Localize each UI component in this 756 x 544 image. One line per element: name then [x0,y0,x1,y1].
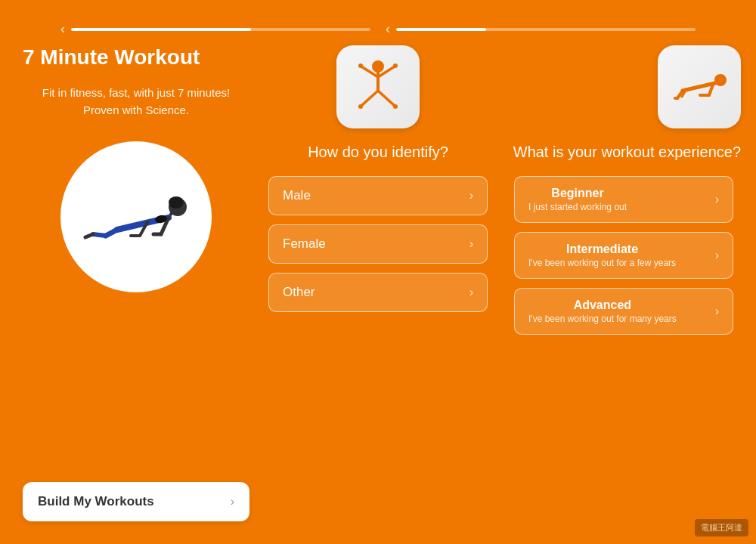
svg-point-20 [358,104,363,109]
male-option-button[interactable]: Male › [268,176,488,215]
pushup-figure-icon [72,175,200,258]
right-section: What is your workout experience? Beginne… [507,45,741,344]
svg-line-9 [85,234,93,237]
beginner-subtitle: I just started working out [528,202,627,212]
experience-icon-card [658,45,741,128]
svg-point-21 [393,104,398,109]
progress-fill-2 [396,28,486,31]
app-title: 7 Minute Workout [23,45,249,70]
svg-line-8 [93,234,106,236]
advanced-text: Advanced I've been working out for many … [528,298,677,324]
beginner-title: Beginner [528,187,627,200]
svg-point-19 [393,63,398,68]
male-option-label: Male [283,188,311,203]
watermark: 電腦王阿達 [695,519,748,536]
progress-section-2: ‹ [386,21,696,37]
other-option-button[interactable]: Other › [268,273,488,312]
intermediate-option-button[interactable]: Intermediate I've been working out for a… [514,232,733,279]
female-chevron-icon: › [469,237,473,251]
intermediate-title: Intermediate [528,243,676,256]
identity-icon-card [336,45,420,128]
back-chevron-2[interactable]: ‹ [386,21,390,37]
beginner-option-button[interactable]: Beginner I just started working out › [514,176,733,223]
progress-fill-1 [71,28,251,31]
build-workouts-button[interactable]: Build My Workouts › [23,482,249,521]
progress-bar-1 [71,28,370,31]
female-option-label: Female [283,236,326,252]
back-chevron-1[interactable]: ‹ [60,21,65,37]
advanced-title: Advanced [528,298,677,312]
svg-line-16 [361,91,378,106]
left-section: 7 Minute Workout Fit in fitness, fast, w… [23,45,249,292]
female-option-button[interactable]: Female › [268,224,488,264]
progress-bar-2 [396,28,696,31]
identity-section-title: How do you identify? [308,144,448,161]
avatar-circle [60,141,212,292]
intermediate-chevron-icon: › [715,249,719,262]
svg-point-18 [358,63,363,68]
jumping-jack-icon [354,59,403,116]
build-workouts-label: Build My Workouts [38,494,154,509]
intermediate-subtitle: I've been working out for a few years [528,258,676,268]
advanced-option-button[interactable]: Advanced I've been working out for many … [514,288,733,335]
male-chevron-icon: › [469,189,473,202]
advanced-chevron-icon: › [715,304,719,318]
svg-point-12 [372,60,384,73]
top-navigation: ‹ ‹ [0,21,756,37]
intermediate-text: Intermediate I've been working out for a… [528,243,676,268]
app-subtitle: Fit in fitness, fast, with just 7 minute… [23,85,249,119]
other-chevron-icon: › [469,286,473,299]
progress-section-1: ‹ [60,21,370,37]
build-workouts-chevron-icon: › [231,495,234,508]
middle-section: How do you identify? Male › Female › Oth… [257,45,499,321]
svg-point-10 [169,196,184,209]
beginner-text: Beginner I just started working out [528,187,627,212]
beginner-chevron-icon: › [715,193,719,206]
other-option-label: Other [283,285,315,300]
advanced-subtitle: I've been working out for many years [528,314,677,324]
svg-line-17 [378,91,395,106]
plank-figure-icon [671,66,728,108]
experience-section-title: What is your workout experience? [507,144,741,161]
